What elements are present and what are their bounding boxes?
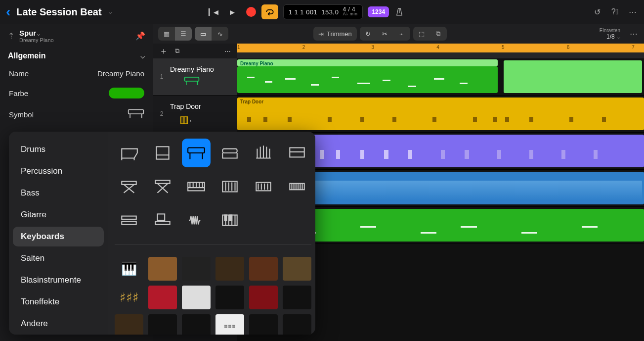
thumb-keys-stand-2[interactable]	[249, 286, 278, 309]
lcd-display[interactable]: 1 1 1 001 153,0 4 / 4 A♭ min	[283, 4, 363, 19]
category-toneffekte[interactable]: Toneffekte	[13, 292, 104, 312]
record-button[interactable]	[243, 4, 259, 19]
thumb-sampler[interactable]: ▥▥▥	[215, 314, 244, 335]
waveform-icon[interactable]	[182, 206, 211, 235]
spur-sub: Dreamy Piano	[19, 37, 54, 43]
thumb-combo-organ[interactable]	[182, 286, 211, 309]
region-midi[interactable]	[237, 66, 498, 93]
synth-icon[interactable]	[182, 172, 211, 201]
scissors-tool[interactable]: ✂	[377, 27, 393, 41]
lane-2[interactable]: Trap Door	[237, 96, 644, 133]
thumb-accordion[interactable]	[148, 286, 177, 309]
chevron-down-icon[interactable]: ⌵	[109, 9, 112, 15]
undo-button[interactable]: ↺	[592, 6, 602, 17]
symbol-row[interactable]: Symbol	[0, 103, 153, 126]
thumb-synth-stand-4[interactable]	[283, 314, 311, 335]
pin-button[interactable]: 📌	[135, 31, 145, 41]
snap-value: 1/8	[606, 33, 615, 40]
svg-rect-2	[156, 146, 169, 159]
thumb-synth-stand-3[interactable]	[249, 314, 278, 335]
grid-view-icon[interactable]: ▦	[158, 27, 175, 41]
project-title[interactable]: Late Session Beat	[16, 6, 101, 18]
duplicate-track-button[interactable]: ⧉	[175, 47, 179, 55]
stage-piano-icon[interactable]	[215, 139, 244, 167]
section-header[interactable]: Allgemein ⌵	[0, 46, 153, 64]
region-midi-2[interactable]	[504, 60, 642, 93]
trim-tool[interactable]: ⇥ Trimmen	[313, 27, 357, 41]
tone-organ-icon[interactable]	[283, 139, 311, 167]
marquee-tool[interactable]: ⬚	[413, 27, 430, 41]
cycle-button[interactable]	[261, 4, 278, 19]
piano-keys-icon[interactable]	[215, 206, 244, 235]
skip-back-button[interactable]: ▎◀	[205, 4, 222, 19]
category-drums[interactable]: Drums	[13, 140, 104, 159]
thumb-clav[interactable]	[283, 257, 311, 281]
thumb-synth-stand-1[interactable]	[148, 314, 177, 335]
rack-module-icon[interactable]	[115, 206, 143, 235]
track-number: 2	[158, 110, 165, 117]
region-icon[interactable]: ▭	[195, 27, 212, 41]
track-selector[interactable]: ⇡ Spur⌵ Dreamy Piano 📌	[0, 24, 153, 46]
thumb-moog[interactable]	[115, 314, 143, 335]
metronome-button[interactable]	[391, 4, 408, 19]
upright-piano-icon[interactable]	[148, 139, 177, 167]
electric-piano-icon[interactable]	[182, 139, 211, 167]
symbol-picker-popover: Drums Percussion Bass Gitarre Keyboards …	[9, 132, 315, 335]
automation-segment[interactable]: ▭ ∿	[195, 27, 228, 41]
snap-setting[interactable]: Einrasten 1/8 ⌵	[600, 28, 620, 40]
track-header-1[interactable]: 1 Dreamy Piano	[153, 58, 237, 96]
controller-icon[interactable]	[249, 172, 278, 201]
thumb-keys-stand-1[interactable]	[215, 286, 244, 309]
region-audio[interactable]: Trap Door	[237, 97, 644, 130]
category-andere[interactable]: Andere	[13, 314, 104, 334]
beat-pill[interactable]: 1234	[368, 6, 389, 17]
keyboard-stand2-icon[interactable]	[148, 172, 177, 201]
region-loop[interactable]: Dreamy Piano	[237, 59, 498, 66]
keyboard-stand-icon[interactable]	[115, 172, 143, 201]
select-tools: ⬚ ⧉	[413, 27, 447, 41]
thumb-digital-piano[interactable]	[182, 257, 211, 281]
thumb-grand-piano[interactable]: 🎹	[115, 257, 143, 281]
workstation-icon[interactable]	[148, 206, 177, 235]
copy-tool[interactable]: ⧉	[430, 27, 447, 41]
lane-1[interactable]: Dreamy Piano	[237, 58, 644, 96]
category-saiten[interactable]: Saiten	[13, 248, 104, 268]
grand-piano-icon[interactable]	[115, 139, 143, 167]
loop-tool[interactable]: ↻	[360, 27, 377, 41]
toolbar-more-button[interactable]: ⋯	[628, 28, 639, 39]
thumb-keys-stand-3[interactable]	[283, 286, 311, 309]
category-gitarre[interactable]: Gitarre	[13, 205, 104, 225]
track-name: Dreamy Piano	[170, 65, 214, 73]
svg-rect-14	[158, 214, 165, 220]
list-view-icon[interactable]: ☰	[175, 27, 192, 41]
track-header-2[interactable]: 2 Trap Door ▥›	[153, 96, 237, 133]
keyboard-icon	[128, 108, 144, 121]
keys-module-icon[interactable]	[283, 172, 311, 201]
view-mode-segment[interactable]: ▦ ☰	[158, 27, 192, 41]
thumb-upright[interactable]	[148, 257, 177, 281]
thumb-organ-pipes[interactable]: ♯♯♯	[115, 286, 143, 309]
thumb-rhodes[interactable]	[215, 257, 244, 281]
help-button[interactable]: ?⃝	[609, 6, 620, 17]
play-button[interactable]: ▶	[224, 4, 241, 19]
name-value: Dreamy Piano	[97, 69, 144, 78]
back-button[interactable]: ‹	[6, 5, 10, 19]
color-swatch[interactable]	[109, 88, 144, 98]
name-row[interactable]: Name Dreamy Piano	[0, 64, 153, 83]
ruler[interactable]: 1 2 3 4 5 6 7	[237, 44, 644, 52]
thumb-wurli[interactable]	[249, 257, 278, 281]
more-button[interactable]: ⋯	[627, 6, 638, 17]
track-more-button[interactable]: ⋯	[224, 48, 231, 55]
add-track-button[interactable]: ＋	[159, 45, 168, 57]
category-keyboards[interactable]: Keyboards	[13, 227, 104, 246]
category-bass[interactable]: Bass	[13, 183, 104, 203]
join-tool[interactable]: ⫠	[393, 27, 410, 41]
mixer-icon[interactable]	[215, 172, 244, 201]
category-percussion[interactable]: Percussion	[13, 161, 104, 181]
pipe-organ-icon[interactable]	[249, 139, 278, 167]
category-blasinstrumente[interactable]: Blasinstrumente	[13, 270, 104, 290]
automation-icon[interactable]: ∿	[212, 27, 228, 41]
thumb-synth-stand-2[interactable]	[182, 314, 211, 335]
color-row[interactable]: Farbe	[0, 83, 153, 103]
region-label: Dreamy Piano	[240, 61, 273, 66]
